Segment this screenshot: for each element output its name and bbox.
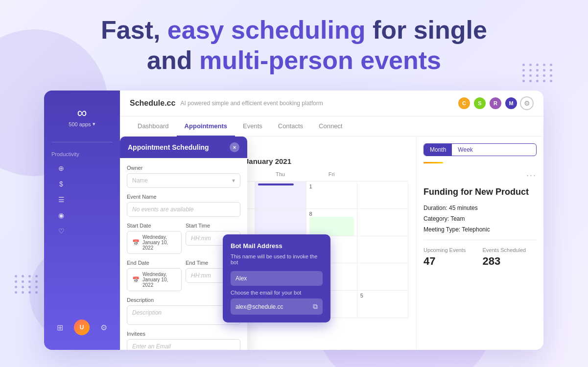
month-view-button[interactable]: Month: [424, 144, 452, 156]
accent-bar: [423, 162, 443, 163]
sidebar-item-4[interactable]: ◉: [51, 208, 113, 223]
owner-field-group: Owner Name ▾: [127, 165, 240, 188]
header-avatars: C S R M ⚙: [457, 96, 534, 110]
category-detail: Category: Team: [423, 215, 537, 222]
cal-cell-row3-extra: [357, 236, 408, 263]
user-avatar[interactable]: U: [74, 320, 90, 335]
app-logo-icon: ∞: [77, 105, 87, 121]
chevron-down-icon: ▾: [93, 121, 95, 127]
upcoming-events-label: Upcoming Events: [423, 247, 478, 253]
rp-divider: [423, 240, 537, 240]
app-title-name: Schedule.cc: [130, 99, 175, 108]
headline-line2: and multi-person events: [147, 46, 441, 74]
modal-header: Appointment Scheduling ×: [120, 137, 247, 158]
header-avatar-c: C: [457, 96, 471, 110]
header-avatar-s: S: [473, 96, 487, 110]
owner-dropdown-icon: ▾: [232, 177, 235, 184]
sidebar-item-1[interactable]: ⊕: [51, 161, 113, 176]
tab-contacts[interactable]: Contacts: [270, 116, 311, 137]
modal-close-button[interactable]: ×: [230, 142, 239, 152]
sidebar-divider: [51, 142, 113, 142]
tab-dashboard[interactable]: Dashboard: [130, 116, 177, 137]
app-title-area: Schedule.cc AI powered simple and effici…: [130, 99, 323, 108]
main-content: Schedule.cc AI powered simple and effici…: [120, 91, 543, 350]
sidebar-section-productivity: Productivity ⊕ $ ☰ ◉ ♡: [44, 147, 120, 243]
owner-label: Owner: [127, 165, 240, 171]
headline: Fast, easy scheduling for single and mul…: [0, 0, 588, 86]
app-nav: Dashboard Appointments Events Contacts C…: [120, 116, 543, 137]
right-panel: Month Week ··· Funding for New Product D…: [416, 137, 543, 350]
upcoming-events-value: 47: [423, 255, 478, 268]
cal-header-extra: [357, 169, 408, 179]
tab-events[interactable]: Events: [235, 116, 270, 137]
header-settings-button[interactable]: ⚙: [520, 96, 534, 110]
sidebar-item-3[interactable]: ☰: [51, 192, 113, 207]
cal-cell-row1-extra: [357, 182, 408, 208]
sidebar-icon-5: ♡: [56, 227, 66, 235]
bot-mail-popup: Bot Mail Address This name will be used …: [223, 234, 330, 322]
sidebar: ∞ 500 apps ▾ Productivity ⊕ $ ☰ ◉ ♡: [44, 91, 120, 350]
upcoming-events-stat: Upcoming Events 47: [423, 247, 478, 268]
cal-cell-row4-extra: [357, 263, 408, 290]
cal-header-fri: Fri: [306, 169, 357, 179]
bot-popup-desc: This name will be used to invoke the bot: [231, 253, 323, 265]
cal-cell-thu-row2[interactable]: [255, 209, 306, 236]
end-date-input[interactable]: 📅 Wedneday, January 10, 2022: [127, 268, 182, 291]
headline-line1: Fast, easy scheduling for single: [101, 16, 487, 44]
calendar-icon-end: 📅: [132, 276, 140, 283]
events-scheduled-stat: Events Scheduled 283: [483, 247, 537, 268]
app-header: Schedule.cc AI powered simple and effici…: [120, 91, 543, 116]
sidebar-icon-1: ⊕: [56, 164, 66, 172]
week-view-button[interactable]: Week: [452, 144, 478, 156]
meeting-type-detail: Meeting Type: Telephonic: [423, 226, 537, 233]
settings-icon[interactable]: ⚙: [100, 323, 107, 332]
tab-connect[interactable]: Connect: [311, 116, 350, 137]
header-avatar-m: M: [504, 96, 518, 110]
copy-icon[interactable]: ⧉: [313, 302, 318, 311]
owner-placeholder: Name: [132, 177, 148, 184]
sidebar-bottom: ⊞ U ⚙: [44, 315, 120, 340]
invitees-label: Invitees: [127, 331, 240, 337]
cal-header-thu: Thu: [255, 169, 306, 179]
bot-email-value: alex@schedule.cc: [235, 303, 283, 310]
header-avatar-r: R: [489, 96, 502, 110]
app-window: ∞ 500 apps ▾ Productivity ⊕ $ ☰ ◉ ♡: [44, 91, 543, 350]
app-title-desc: AI powered simple and efficient event bo…: [180, 100, 323, 107]
calendar-area: Appointment Scheduling × Owner Name ▾ Ev…: [120, 137, 543, 350]
cal-cell-1[interactable]: 1: [306, 182, 357, 208]
start-date-input[interactable]: 📅 Wedneday, January 10, 2022: [127, 231, 182, 254]
event-name-label: Event Name: [127, 194, 240, 200]
end-date-label: End Date: [127, 260, 182, 266]
sidebar-icon-2: $: [56, 180, 66, 188]
invitees-input[interactable]: Enter an Email: [127, 339, 240, 350]
apps-dropdown[interactable]: 500 apps ▾: [69, 121, 95, 127]
start-time-label: Start Time: [186, 223, 240, 229]
rp-stats: Upcoming Events 47 Events Scheduled 283: [423, 247, 537, 268]
cal-cell-thu1[interactable]: [255, 182, 306, 208]
event-name-field-group: Event Name No events are available: [127, 194, 240, 217]
tab-appointments[interactable]: Appointments: [177, 116, 235, 137]
event-title: Funding for New Product: [423, 186, 537, 198]
sidebar-icon-3: ☰: [56, 196, 66, 204]
sidebar-item-5[interactable]: ♡: [51, 224, 113, 238]
grid-icon[interactable]: ⊞: [57, 323, 63, 332]
end-date-group: End Date 📅 Wedneday, January 10, 2022: [127, 260, 182, 291]
modal-title: Appointment Scheduling: [128, 143, 209, 151]
events-scheduled-value: 283: [483, 255, 537, 268]
calendar-icon-start: 📅: [132, 239, 140, 246]
more-options-icon[interactable]: ···: [526, 170, 537, 181]
bot-name-input[interactable]: [231, 271, 323, 286]
event-name-input[interactable]: No events are available: [127, 202, 240, 217]
bot-popup-title: Bot Mail Address: [231, 242, 323, 250]
bot-email-label: Choose the email for your bot: [231, 290, 323, 296]
sidebar-section-title: Productivity: [51, 151, 113, 157]
view-toggle-buttons: Month Week: [423, 143, 537, 156]
invitees-field-group: Invitees Enter an Email: [127, 331, 240, 350]
sidebar-logo: ∞ 500 apps ▾: [44, 100, 120, 137]
start-date-label: Start Date: [127, 223, 182, 229]
cal-cell-8[interactable]: 8: [306, 209, 357, 236]
sidebar-icon-4: ◉: [56, 211, 66, 219]
sidebar-item-2[interactable]: $: [51, 177, 113, 191]
duration-detail: Duration: 45 minutes: [423, 205, 537, 211]
cal-cell-5b[interactable]: 5: [357, 291, 408, 318]
